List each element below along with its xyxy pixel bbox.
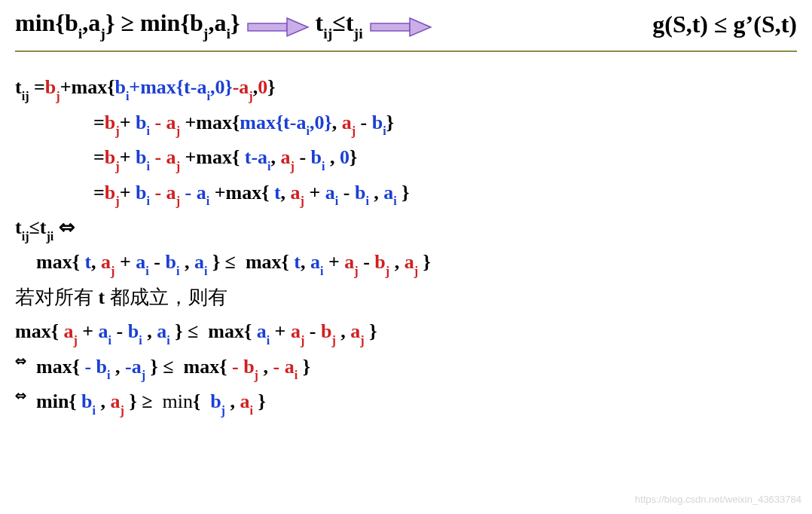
svg-rect-0: [248, 23, 287, 31]
math-line: max{ aj + ai - bi , ai } ≤ max{ ai + aj …: [15, 314, 797, 349]
math-line: 若对所有 t 都成立，则有: [15, 280, 797, 315]
math-line: tij≤tji ⇔: [15, 210, 797, 245]
arrow-icon: [246, 11, 310, 38]
math-line: tij =bj+max{bi+max{t-ai,0}-aj,0}: [15, 70, 797, 105]
header-expr-3: g(S,t) ≤ g’(S,t): [652, 11, 797, 38]
arrow-icon: [369, 11, 432, 38]
math-line: =bj+ bi - aj +max{ t-ai, aj - bi , 0}: [15, 140, 797, 175]
derivation-body: tij =bj+max{bi+max{t-ai,0}-aj,0}=bj+ bi …: [15, 70, 797, 419]
math-line: ⇔ max{ - bi , -aj } ≤ max{ - bj , - ai }: [15, 350, 797, 384]
header-expr-2: tij≤tji: [316, 9, 363, 40]
math-line: ⇔ min{ bi , aj } ≥ min{ bj , ai }: [15, 384, 797, 419]
svg-marker-1: [287, 18, 308, 36]
svg-marker-3: [410, 18, 431, 36]
math-line: =bj+ bi - aj - ai +max{ t, aj + ai - bi …: [15, 176, 797, 210]
watermark-text: https://blog.csdn.net/weixin_43633784: [635, 494, 801, 505]
math-line: max{ t, aj + ai - bi , ai } ≤ max{ t, ai…: [15, 245, 797, 280]
math-line: =bj+ bi - aj +max{max{t-ai,0}, aj - bi}: [15, 106, 797, 140]
svg-rect-2: [371, 23, 410, 31]
header-row: min{bi,aj} ≥ min{bj,ai} tij≤tji g(S,t) ≤…: [15, 9, 797, 52]
header-expr-1: min{bi,aj} ≥ min{bj,ai}: [15, 9, 240, 40]
